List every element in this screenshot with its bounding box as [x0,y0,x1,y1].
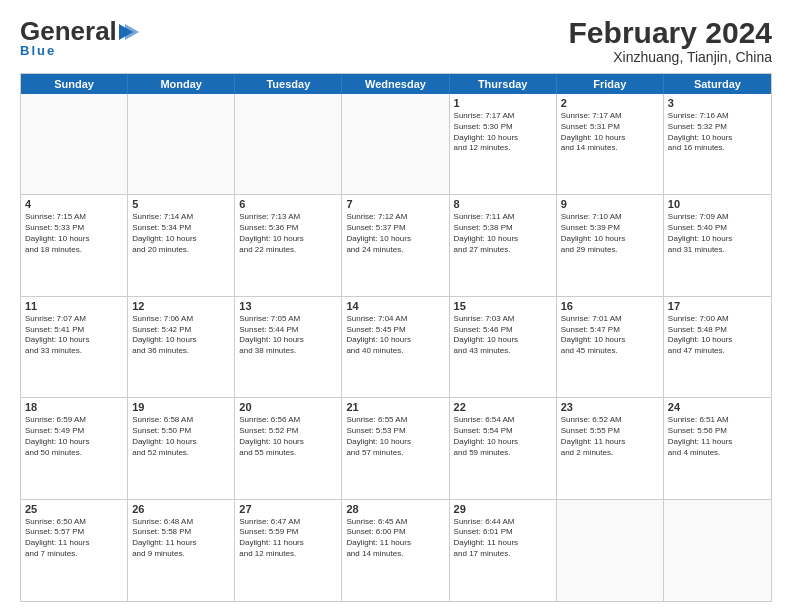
cell-info: Sunrise: 7:15 AM Sunset: 5:33 PM Dayligh… [25,212,123,255]
calendar-cell: 1Sunrise: 7:17 AM Sunset: 5:30 PM Daylig… [450,94,557,194]
calendar-cell [557,500,664,601]
calendar-cell [342,94,449,194]
calendar-cell: 14Sunrise: 7:04 AM Sunset: 5:45 PM Dayli… [342,297,449,397]
calendar-week: 4Sunrise: 7:15 AM Sunset: 5:33 PM Daylig… [21,195,771,296]
weekday-header: Friday [557,74,664,94]
calendar-cell: 27Sunrise: 6:47 AM Sunset: 5:59 PM Dayli… [235,500,342,601]
day-number: 9 [561,198,659,210]
calendar-cell: 21Sunrise: 6:55 AM Sunset: 5:53 PM Dayli… [342,398,449,498]
day-number: 27 [239,503,337,515]
day-number: 25 [25,503,123,515]
day-number: 12 [132,300,230,312]
day-number: 29 [454,503,552,515]
calendar-cell: 24Sunrise: 6:51 AM Sunset: 5:56 PM Dayli… [664,398,771,498]
weekday-header: Wednesday [342,74,449,94]
main-title: February 2024 [569,16,772,49]
calendar-cell [128,94,235,194]
cell-info: Sunrise: 6:45 AM Sunset: 6:00 PM Dayligh… [346,517,444,560]
subtitle: Xinzhuang, Tianjin, China [569,49,772,65]
day-number: 24 [668,401,767,413]
weekday-header: Sunday [21,74,128,94]
day-number: 4 [25,198,123,210]
calendar-cell: 10Sunrise: 7:09 AM Sunset: 5:40 PM Dayli… [664,195,771,295]
cell-info: Sunrise: 6:59 AM Sunset: 5:49 PM Dayligh… [25,415,123,458]
cell-info: Sunrise: 7:05 AM Sunset: 5:44 PM Dayligh… [239,314,337,357]
day-number: 3 [668,97,767,109]
cell-info: Sunrise: 6:56 AM Sunset: 5:52 PM Dayligh… [239,415,337,458]
cell-info: Sunrise: 7:03 AM Sunset: 5:46 PM Dayligh… [454,314,552,357]
cell-info: Sunrise: 6:52 AM Sunset: 5:55 PM Dayligh… [561,415,659,458]
calendar-cell: 13Sunrise: 7:05 AM Sunset: 5:44 PM Dayli… [235,297,342,397]
page: General Blue February 2024 Xinzhuang, Ti… [0,0,792,612]
calendar-cell: 7Sunrise: 7:12 AM Sunset: 5:37 PM Daylig… [342,195,449,295]
calendar: SundayMondayTuesdayWednesdayThursdayFrid… [20,73,772,602]
day-number: 18 [25,401,123,413]
day-number: 26 [132,503,230,515]
calendar-cell: 5Sunrise: 7:14 AM Sunset: 5:34 PM Daylig… [128,195,235,295]
day-number: 16 [561,300,659,312]
calendar-cell: 9Sunrise: 7:10 AM Sunset: 5:39 PM Daylig… [557,195,664,295]
day-number: 28 [346,503,444,515]
cell-info: Sunrise: 7:11 AM Sunset: 5:38 PM Dayligh… [454,212,552,255]
calendar-body: 1Sunrise: 7:17 AM Sunset: 5:30 PM Daylig… [21,94,771,601]
weekday-header: Monday [128,74,235,94]
calendar-cell: 17Sunrise: 7:00 AM Sunset: 5:48 PM Dayli… [664,297,771,397]
weekday-header: Tuesday [235,74,342,94]
calendar-cell: 26Sunrise: 6:48 AM Sunset: 5:58 PM Dayli… [128,500,235,601]
cell-info: Sunrise: 7:00 AM Sunset: 5:48 PM Dayligh… [668,314,767,357]
day-number: 1 [454,97,552,109]
calendar-cell: 22Sunrise: 6:54 AM Sunset: 5:54 PM Dayli… [450,398,557,498]
weekday-header: Thursday [450,74,557,94]
day-number: 14 [346,300,444,312]
cell-info: Sunrise: 7:10 AM Sunset: 5:39 PM Dayligh… [561,212,659,255]
header: General Blue February 2024 Xinzhuang, Ti… [20,16,772,65]
calendar-week: 25Sunrise: 6:50 AM Sunset: 5:57 PM Dayli… [21,500,771,601]
calendar-cell: 3Sunrise: 7:16 AM Sunset: 5:32 PM Daylig… [664,94,771,194]
cell-info: Sunrise: 7:17 AM Sunset: 5:31 PM Dayligh… [561,111,659,154]
logo-blue: Blue [20,43,56,58]
calendar-cell: 11Sunrise: 7:07 AM Sunset: 5:41 PM Dayli… [21,297,128,397]
calendar-week: 11Sunrise: 7:07 AM Sunset: 5:41 PM Dayli… [21,297,771,398]
day-number: 23 [561,401,659,413]
cell-info: Sunrise: 7:13 AM Sunset: 5:36 PM Dayligh… [239,212,337,255]
cell-info: Sunrise: 7:06 AM Sunset: 5:42 PM Dayligh… [132,314,230,357]
cell-info: Sunrise: 6:54 AM Sunset: 5:54 PM Dayligh… [454,415,552,458]
calendar-cell: 18Sunrise: 6:59 AM Sunset: 5:49 PM Dayli… [21,398,128,498]
weekday-header: Saturday [664,74,771,94]
cell-info: Sunrise: 6:48 AM Sunset: 5:58 PM Dayligh… [132,517,230,560]
calendar-cell: 16Sunrise: 7:01 AM Sunset: 5:47 PM Dayli… [557,297,664,397]
calendar-cell: 28Sunrise: 6:45 AM Sunset: 6:00 PM Dayli… [342,500,449,601]
calendar-cell: 4Sunrise: 7:15 AM Sunset: 5:33 PM Daylig… [21,195,128,295]
cell-info: Sunrise: 7:14 AM Sunset: 5:34 PM Dayligh… [132,212,230,255]
cell-info: Sunrise: 6:47 AM Sunset: 5:59 PM Dayligh… [239,517,337,560]
logo: General Blue [20,16,141,58]
calendar-cell [235,94,342,194]
cell-info: Sunrise: 6:50 AM Sunset: 5:57 PM Dayligh… [25,517,123,560]
day-number: 15 [454,300,552,312]
calendar-week: 1Sunrise: 7:17 AM Sunset: 5:30 PM Daylig… [21,94,771,195]
day-number: 11 [25,300,123,312]
calendar-cell: 20Sunrise: 6:56 AM Sunset: 5:52 PM Dayli… [235,398,342,498]
cell-info: Sunrise: 7:17 AM Sunset: 5:30 PM Dayligh… [454,111,552,154]
calendar-cell: 6Sunrise: 7:13 AM Sunset: 5:36 PM Daylig… [235,195,342,295]
calendar-cell [664,500,771,601]
cell-info: Sunrise: 7:07 AM Sunset: 5:41 PM Dayligh… [25,314,123,357]
day-number: 13 [239,300,337,312]
calendar-week: 18Sunrise: 6:59 AM Sunset: 5:49 PM Dayli… [21,398,771,499]
day-number: 5 [132,198,230,210]
day-number: 2 [561,97,659,109]
day-number: 6 [239,198,337,210]
day-number: 19 [132,401,230,413]
calendar-cell: 15Sunrise: 7:03 AM Sunset: 5:46 PM Dayli… [450,297,557,397]
calendar-cell: 2Sunrise: 7:17 AM Sunset: 5:31 PM Daylig… [557,94,664,194]
day-number: 8 [454,198,552,210]
cell-info: Sunrise: 6:44 AM Sunset: 6:01 PM Dayligh… [454,517,552,560]
day-number: 10 [668,198,767,210]
calendar-cell: 12Sunrise: 7:06 AM Sunset: 5:42 PM Dayli… [128,297,235,397]
cell-info: Sunrise: 7:04 AM Sunset: 5:45 PM Dayligh… [346,314,444,357]
cell-info: Sunrise: 7:01 AM Sunset: 5:47 PM Dayligh… [561,314,659,357]
calendar-cell: 8Sunrise: 7:11 AM Sunset: 5:38 PM Daylig… [450,195,557,295]
calendar-cell: 25Sunrise: 6:50 AM Sunset: 5:57 PM Dayli… [21,500,128,601]
calendar-cell: 23Sunrise: 6:52 AM Sunset: 5:55 PM Dayli… [557,398,664,498]
calendar-cell: 29Sunrise: 6:44 AM Sunset: 6:01 PM Dayli… [450,500,557,601]
